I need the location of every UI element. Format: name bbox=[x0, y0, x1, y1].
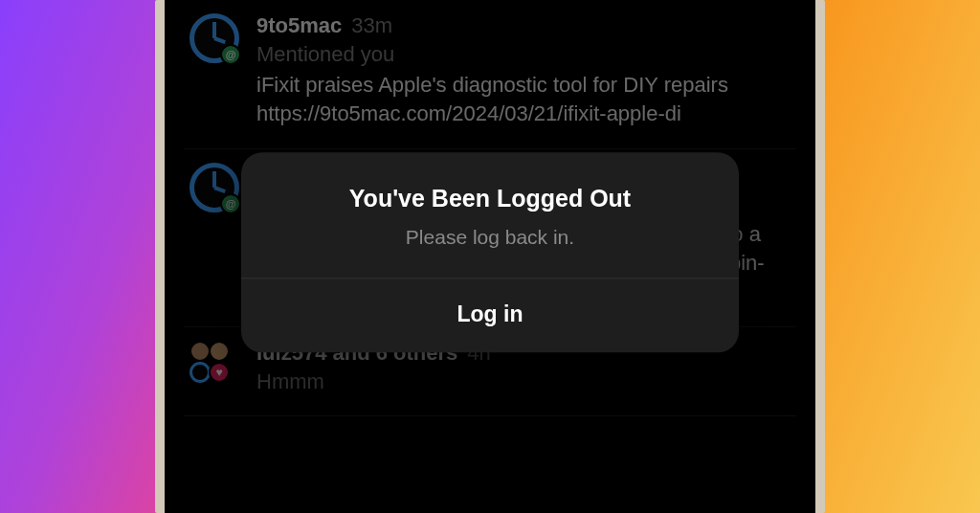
notification-content: iFixit praises Apple's diagnostic tool f… bbox=[256, 71, 796, 127]
app-screen: @ 9to5mac 33m Mentioned you iFixit prais… bbox=[165, 0, 815, 513]
modal-message: Please log back in. bbox=[266, 226, 714, 249]
user-avatar-icon bbox=[209, 341, 230, 362]
avatar: @ bbox=[189, 13, 239, 63]
login-button[interactable]: Log in bbox=[241, 279, 739, 352]
avatar: @ bbox=[189, 163, 239, 212]
notification-content: Hmmm bbox=[256, 369, 796, 394]
timestamp: 33m bbox=[351, 13, 392, 38]
modal-title: You've Been Logged Out bbox=[266, 185, 714, 212]
gradient-background: @ 9to5mac 33m Mentioned you iFixit prais… bbox=[0, 0, 980, 513]
avatar-cluster: ♥ bbox=[189, 341, 239, 390]
user-avatar-icon bbox=[189, 341, 211, 362]
notification-body: 9to5mac 33m Mentioned you iFixit praises… bbox=[256, 13, 796, 127]
clock-icon bbox=[189, 362, 211, 383]
threads-badge-icon: @ bbox=[220, 44, 241, 65]
username[interactable]: 9to5mac bbox=[256, 13, 342, 38]
threads-badge-icon: @ bbox=[220, 193, 241, 214]
heart-icon: ♥ bbox=[209, 362, 230, 383]
notification-subtext: Mentioned you bbox=[256, 42, 796, 67]
modal-body: You've Been Logged Out Please log back i… bbox=[241, 152, 739, 278]
phone-frame: @ 9to5mac 33m Mentioned you iFixit prais… bbox=[155, 0, 825, 513]
logged-out-modal: You've Been Logged Out Please log back i… bbox=[241, 152, 739, 352]
notification-item[interactable]: @ 9to5mac 33m Mentioned you iFixit prais… bbox=[184, 0, 796, 149]
